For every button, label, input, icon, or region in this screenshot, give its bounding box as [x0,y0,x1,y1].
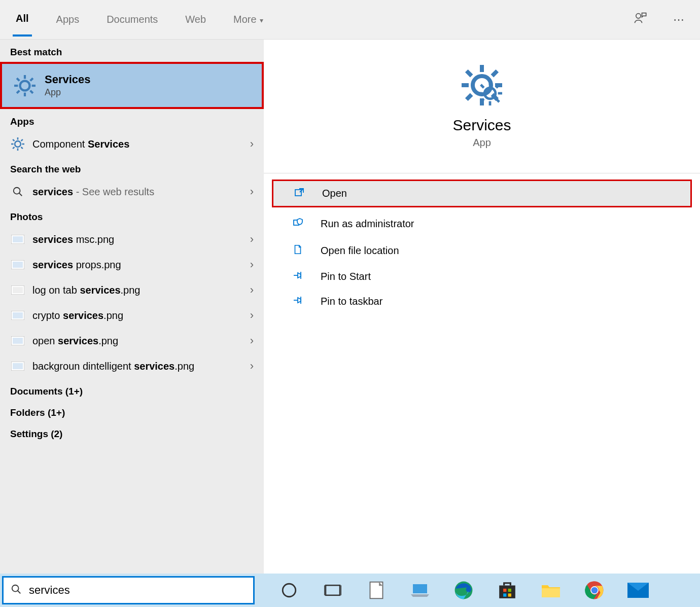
svg-point-9 [636,13,641,18]
svg-rect-35 [413,584,427,593]
tab-apps[interactable]: Apps [53,4,83,35]
services-app-icon [14,75,36,96]
chevron-right-icon: › [250,360,254,373]
svg-line-11 [19,193,22,196]
more-options-icon[interactable]: ⋯ [670,13,687,26]
svg-rect-19 [13,312,23,318]
heading-apps: Apps [0,109,264,131]
action-file-location[interactable]: Open file location [264,237,700,264]
chrome-icon[interactable] [583,579,606,601]
heading-best-match: Best match [0,40,264,62]
taskbar-search-box[interactable] [2,576,255,604]
results-panel: Best match Services App Apps Component S… [0,40,264,574]
svg-rect-17 [13,287,23,293]
services-app-icon-large [462,65,502,105]
chevron-right-icon: › [250,185,254,198]
component-services-icon [10,138,25,150]
laptop-icon[interactable] [409,579,431,601]
mail-icon[interactable] [627,579,649,601]
svg-rect-39 [508,589,511,592]
chevron-right-icon: › [250,334,254,347]
search-icon [10,186,25,197]
action-open[interactable]: Open [272,180,692,207]
action-file-location-label: Open file location [321,245,399,257]
svg-point-45 [591,587,598,594]
search-filter-tabs: All Apps Documents Web More▾ ⋯ [0,0,700,40]
feedback-icon[interactable] [632,11,649,28]
svg-rect-42 [542,588,560,597]
heading-search-web: Search the web [0,157,264,179]
pin-icon [292,270,307,283]
svg-rect-13 [13,236,23,242]
image-thumb-icon [10,234,25,245]
svg-rect-38 [503,589,506,592]
image-thumb-icon [10,259,25,270]
heading-documents[interactable]: Documents (1+) [0,379,264,400]
result-photo-2[interactable]: services props.png › [0,252,264,277]
tab-web[interactable]: Web [182,4,209,35]
action-pin-start[interactable]: Pin to Start [264,264,700,289]
svg-rect-40 [503,593,506,596]
svg-line-29 [18,591,21,594]
result-component-services[interactable]: Component Services › [0,131,264,157]
image-thumb-icon [10,310,25,321]
svg-point-10 [14,188,20,194]
svg-rect-41 [508,593,511,596]
svg-rect-23 [13,363,23,369]
svg-point-28 [12,585,19,592]
action-pin-taskbar-label: Pin to taskbar [321,296,382,307]
best-match-result[interactable]: Services App [0,62,264,109]
action-pin-taskbar[interactable]: Pin to taskbar [264,289,700,314]
result-photo-6[interactable]: backgroun dintelligent services.png › [0,353,264,379]
shield-icon [292,217,307,231]
cortana-icon[interactable] [278,579,300,601]
tab-documents[interactable]: Documents [103,4,161,35]
detail-title: Services [264,117,700,134]
image-thumb-icon [10,284,25,296]
best-match-subtitle: App [45,87,91,98]
chevron-right-icon: › [250,283,254,297]
result-photo-1[interactable]: services msc.png › [0,227,264,252]
chevron-right-icon: › [250,258,254,271]
action-pin-start-label: Pin to Start [321,271,371,282]
pin-icon [292,295,307,308]
image-thumb-icon [10,361,25,372]
image-thumb-icon [10,335,25,346]
action-open-label: Open [322,188,347,199]
result-photo-3[interactable]: log on tab services.png › [0,277,264,303]
result-web-search[interactable]: services - See web results › [0,179,264,204]
svg-rect-37 [499,586,515,598]
detail-subtitle: App [264,137,700,149]
tab-all[interactable]: All [13,3,32,37]
result-photo-4[interactable]: crypto services.png › [0,303,264,328]
edge-icon[interactable] [452,579,475,601]
open-icon [294,186,309,201]
action-run-admin-label: Run as administrator [321,218,414,230]
heading-photos: Photos [0,204,264,227]
file-explorer-icon[interactable] [540,579,562,601]
libreoffice-icon[interactable] [365,579,388,601]
action-run-admin[interactable]: Run as administrator [264,210,700,237]
heading-folders[interactable]: Folders (1+) [0,400,264,421]
chevron-down-icon: ▾ [260,16,263,24]
detail-panel: Services App Open Run as administrator O… [264,40,700,574]
task-view-icon[interactable] [322,579,344,601]
chevron-right-icon: › [250,137,254,151]
chevron-right-icon: › [250,233,254,246]
folder-icon [292,243,307,258]
chevron-right-icon: › [250,309,254,322]
divider [264,173,700,173]
search-input[interactable] [29,584,246,597]
svg-rect-21 [13,338,23,344]
microsoft-store-icon[interactable] [496,579,518,601]
taskbar [0,574,700,607]
search-icon [11,584,22,597]
result-photo-5[interactable]: open services.png › [0,328,264,353]
svg-point-30 [283,584,296,597]
tab-more[interactable]: More▾ [230,4,266,35]
heading-settings[interactable]: Settings (2) [0,421,264,443]
svg-rect-15 [13,262,23,268]
svg-rect-24 [295,190,301,196]
svg-rect-31 [326,585,340,595]
best-match-title: Services [45,73,91,86]
